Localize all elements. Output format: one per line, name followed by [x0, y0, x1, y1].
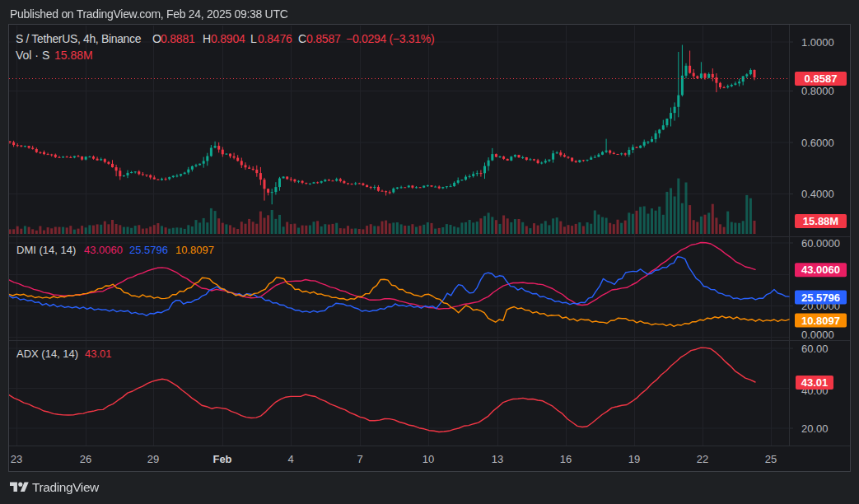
- svg-text:S / TetherUS, 4h, Binance: S / TetherUS, 4h, Binance: [16, 32, 142, 45]
- svg-text:19: 19: [628, 453, 640, 465]
- svg-text:25.5796: 25.5796: [801, 292, 840, 304]
- svg-text:0.6000: 0.6000: [801, 137, 834, 149]
- svg-text:TradingView: TradingView: [32, 480, 100, 494]
- svg-text:4: 4: [287, 453, 293, 465]
- svg-text:10.8097: 10.8097: [175, 244, 214, 256]
- svg-text:ADX (14, 14): ADX (14, 14): [16, 348, 78, 360]
- svg-text:60.0000: 60.0000: [801, 237, 840, 250]
- svg-text:Feb: Feb: [212, 453, 231, 465]
- svg-text:Published on TradingView.com,: Published on TradingView.com, Feb 24, 20…: [10, 7, 288, 21]
- svg-text:10: 10: [422, 453, 434, 465]
- svg-text:0.8000: 0.8000: [801, 85, 834, 97]
- svg-text:−0.0294 (−3.31%): −0.0294 (−3.31%): [346, 32, 434, 45]
- svg-text:23: 23: [11, 453, 22, 465]
- svg-text:0.4000: 0.4000: [801, 188, 834, 200]
- svg-text:15.88M: 15.88M: [54, 49, 93, 62]
- svg-text:7: 7: [357, 453, 362, 465]
- svg-text:43.01: 43.01: [801, 376, 829, 389]
- svg-text:43.0060: 43.0060: [801, 264, 840, 276]
- svg-text:25: 25: [765, 453, 777, 465]
- svg-text:C: C: [298, 32, 306, 45]
- svg-text:Vol · S: Vol · S: [16, 49, 49, 62]
- svg-text:L: L: [250, 32, 257, 45]
- svg-text:15.88M: 15.88M: [803, 215, 838, 227]
- svg-text:DMI (14, 14): DMI (14, 14): [16, 244, 76, 256]
- svg-text:0.8904: 0.8904: [211, 32, 245, 45]
- svg-text:0.0000: 0.0000: [801, 329, 834, 341]
- svg-text:29: 29: [147, 453, 159, 465]
- svg-text:60.00: 60.00: [801, 343, 829, 355]
- svg-text:26: 26: [80, 453, 91, 465]
- svg-text:13: 13: [492, 453, 503, 465]
- svg-text:0.8881: 0.8881: [161, 32, 195, 45]
- svg-text:43.01: 43.01: [85, 348, 112, 360]
- svg-text:H: H: [203, 32, 211, 45]
- svg-text:20.00: 20.00: [801, 422, 829, 435]
- svg-text:22: 22: [697, 453, 708, 465]
- svg-text:0.8476: 0.8476: [258, 32, 292, 45]
- svg-text:25.5796: 25.5796: [129, 244, 168, 256]
- svg-text:10.8097: 10.8097: [801, 315, 840, 327]
- svg-text:0.8587: 0.8587: [306, 32, 341, 45]
- svg-text:0.8587: 0.8587: [805, 72, 838, 85]
- svg-text:43.0060: 43.0060: [84, 244, 123, 256]
- svg-text:16: 16: [560, 453, 572, 465]
- svg-text:1.0000: 1.0000: [801, 36, 834, 49]
